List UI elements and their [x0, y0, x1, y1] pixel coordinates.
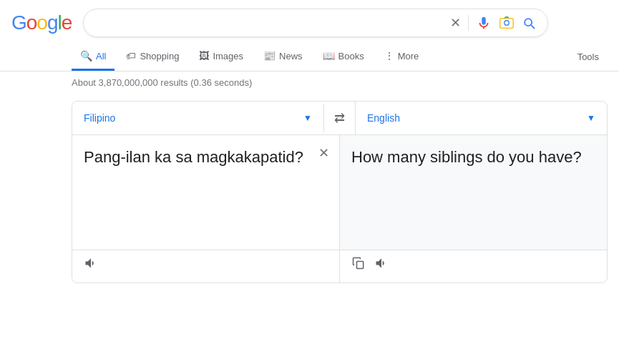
tab-news[interactable]: 📰 News	[255, 43, 311, 71]
tab-more[interactable]: ⋮ More	[376, 43, 428, 71]
shopping-icon: 🏷	[126, 50, 136, 62]
results-count: About 3,870,000,000 results (0.36 second…	[0, 72, 619, 94]
target-lang-dropdown-icon: ▼	[587, 113, 595, 123]
swap-languages-button[interactable]: ⇄	[324, 102, 356, 134]
clear-source-button[interactable]: ✕	[318, 145, 329, 161]
translate-widget: Filipino ▼ ⇄ English ▼ Pang-ilan ka sa m…	[72, 101, 608, 283]
clear-search-icon[interactable]: ✕	[450, 15, 461, 31]
google-logo: Google	[11, 11, 72, 34]
translated-text: How many siblings do you have?	[351, 147, 595, 169]
source-audio-icon[interactable]	[84, 256, 98, 274]
search-input[interactable]: google translate	[95, 16, 443, 29]
search-icon[interactable]	[522, 16, 536, 30]
source-text-panel: Pang-ilan ka sa magkakapatid? ✕	[72, 135, 340, 250]
search-icons: ✕	[450, 15, 536, 31]
svg-rect-0	[500, 19, 513, 29]
news-icon: 📰	[263, 50, 276, 62]
tab-images[interactable]: 🖼 Images	[190, 43, 252, 71]
translate-header: Filipino ▼ ⇄ English ▼	[72, 102, 607, 135]
image-search-icon[interactable]	[499, 15, 515, 31]
copy-translation-icon[interactable]	[351, 256, 366, 274]
source-footer	[72, 250, 340, 282]
translated-text-panel: How many siblings do you have?	[340, 135, 607, 250]
voice-search-icon[interactable]	[476, 15, 492, 31]
tab-books[interactable]: 📖 Books	[314, 43, 373, 71]
all-icon: 🔍	[80, 50, 92, 62]
nav-tabs: 🔍 All 🏷 Shopping 🖼 Images 📰 News 📖 Books…	[0, 43, 619, 72]
tab-all[interactable]: 🔍 All	[72, 43, 114, 71]
source-lang-dropdown-icon: ▼	[303, 113, 312, 123]
source-text: Pang-ilan ka sa magkakapatid?	[84, 147, 328, 169]
translate-body: Pang-ilan ka sa magkakapatid? ✕ How many…	[72, 135, 607, 250]
images-icon: 🖼	[199, 50, 209, 62]
svg-rect-2	[357, 262, 364, 269]
source-lang-selector[interactable]: Filipino ▼	[72, 104, 324, 132]
target-lang-selector[interactable]: English ▼	[356, 104, 607, 132]
target-audio-icon[interactable]	[374, 256, 389, 274]
target-footer	[340, 250, 607, 282]
target-lang-label: English	[367, 112, 587, 124]
books-icon: 📖	[323, 50, 335, 62]
more-icon: ⋮	[384, 50, 394, 62]
tab-shopping[interactable]: 🏷 Shopping	[117, 43, 187, 71]
translate-footer	[72, 250, 607, 282]
source-lang-label: Filipino	[84, 112, 303, 124]
search-divider	[468, 15, 469, 31]
tools-button[interactable]: Tools	[569, 44, 608, 69]
svg-point-1	[505, 21, 509, 25]
header: Google google translate ✕	[0, 0, 619, 43]
search-bar: google translate ✕	[83, 9, 548, 37]
